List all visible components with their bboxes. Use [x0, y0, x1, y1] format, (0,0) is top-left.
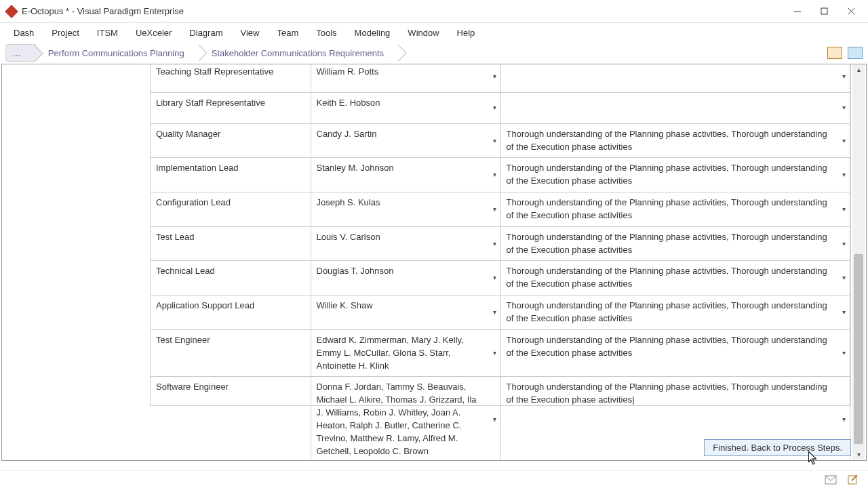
table-row[interactable]: Quality ManagerCandy J. SartinThorough u… [151, 123, 850, 158]
table-row[interactable]: Configuration LeadJoseph S. KulasThoroug… [151, 192, 850, 227]
breadcrumb-item-planning[interactable]: Perform Communications Planning [36, 44, 199, 62]
name-cell[interactable]: Edward K. Zimmerman, Mary J. Kelly, Emmy… [311, 329, 500, 377]
breadcrumb: ... Perform Communications Planning Stak… [5, 42, 399, 64]
title-bar: E-Octopus * - Visual Paradigm Enterprise [0, 0, 868, 23]
role-cell[interactable]: Configuration Lead [151, 192, 311, 227]
requirements-cell[interactable] [500, 92, 850, 123]
minimize-button[interactable] [784, 1, 811, 22]
name-cell[interactable]: Douglas T. Johnson [311, 261, 500, 296]
role-cell[interactable]: Application Support Lead [151, 296, 311, 330]
scroll-up-icon[interactable]: ▴ [852, 64, 865, 75]
table-row[interactable]: Implementation LeadStanley M. JohnsonTho… [151, 158, 850, 192]
data-table: Teaching Staff RepresentativeWilliam R. … [151, 64, 850, 461]
menu-modeling[interactable]: Modeling [347, 25, 399, 41]
mail-icon[interactable] [825, 475, 837, 485]
table-row[interactable]: Test LeadLouis V. CarlsonThorough unders… [151, 226, 850, 261]
menu-bar: Dash Project ITSM UeXceler Diagram View … [0, 23, 868, 42]
menu-project[interactable]: Project [43, 25, 87, 41]
requirements-cell[interactable]: Thorough understanding of the Planning p… [500, 123, 850, 158]
menu-itsm[interactable]: ITSM [89, 25, 126, 41]
scroll-thumb[interactable] [854, 254, 863, 444]
role-cell[interactable]: Software Engineer [151, 377, 311, 461]
requirements-cell[interactable]: Thorough understanding of the Planning p… [500, 192, 850, 227]
role-cell[interactable]: Implementation Lead [151, 158, 311, 192]
requirements-cell[interactable]: Thorough understanding of the Planning p… [500, 296, 850, 330]
minimize-icon [793, 7, 802, 16]
panel-icon[interactable] [848, 47, 863, 59]
requirements-cell[interactable]: Thorough understanding of the Planning p… [500, 261, 850, 296]
table-row[interactable]: Technical LeadDouglas T. JohnsonThorough… [151, 261, 850, 296]
breadcrumb-bar: ... Perform Communications Planning Stak… [0, 42, 868, 64]
scroll-down-icon[interactable]: ▾ [852, 449, 865, 460]
name-cell[interactable]: Stanley M. Johnson [311, 158, 500, 192]
menu-tools[interactable]: Tools [308, 25, 344, 41]
name-cell[interactable]: Candy J. Sartin [311, 123, 500, 158]
menu-uexceler[interactable]: UeXceler [127, 25, 180, 41]
stakeholder-table: Teaching Staff RepresentativeWilliam R. … [150, 64, 851, 406]
table-row[interactable]: Application Support LeadWillie K. ShawTh… [151, 296, 850, 330]
window-title: E-Octopus * - Visual Paradigm Enterprise [22, 6, 784, 16]
name-cell[interactable]: Donna F. Jordan, Tammy S. Beauvais, Mich… [311, 377, 500, 461]
finished-button[interactable]: Finished. Back to Process Steps. [704, 439, 851, 456]
name-cell[interactable]: Louis V. Carlson [311, 226, 500, 261]
footer-buttons: Finished. Back to Process Steps. [704, 439, 851, 456]
menu-dash[interactable]: Dash [5, 25, 42, 41]
menu-help[interactable]: Help [449, 25, 484, 41]
status-bar [0, 470, 868, 488]
breadcrumb-item-requirements[interactable]: Stakeholder Communications Requirements [199, 44, 399, 62]
requirements-cell[interactable]: Thorough understanding of the Planning p… [500, 226, 850, 261]
maximize-icon [821, 7, 829, 16]
name-cell[interactable]: Willie K. Shaw [311, 296, 500, 330]
menu-diagram[interactable]: Diagram [181, 25, 231, 41]
edit-icon[interactable] [848, 475, 860, 485]
toolbar-right [827, 47, 863, 59]
name-cell[interactable]: William R. Potts [311, 64, 500, 92]
role-cell[interactable]: Test Engineer [151, 329, 311, 377]
name-cell[interactable]: Keith E. Hobson [311, 92, 500, 123]
role-cell[interactable]: Quality Manager [151, 123, 311, 158]
menu-window[interactable]: Window [399, 25, 447, 41]
role-cell[interactable]: Technical Lead [151, 261, 311, 296]
requirements-cell[interactable] [500, 64, 850, 92]
table-row[interactable]: Test EngineerEdward K. Zimmerman, Mary J… [151, 329, 850, 377]
close-button[interactable] [838, 1, 865, 22]
table-row[interactable]: Library Staff RepresentativeKeith E. Hob… [151, 92, 850, 123]
table-row[interactable]: Teaching Staff RepresentativeWilliam R. … [151, 64, 850, 92]
role-cell[interactable]: Teaching Staff Representative [151, 64, 311, 92]
role-cell[interactable]: Library Staff Representative [151, 92, 311, 123]
name-cell[interactable]: Joseph S. Kulas [311, 192, 500, 227]
close-icon [848, 7, 856, 16]
requirements-cell[interactable]: Thorough understanding of the Planning p… [500, 329, 850, 377]
menu-team[interactable]: Team [269, 25, 307, 41]
layout-icon[interactable] [827, 47, 842, 59]
role-cell[interactable]: Test Lead [151, 226, 311, 261]
app-icon [5, 5, 18, 18]
svg-rect-1 [821, 8, 827, 14]
requirements-cell[interactable]: Thorough understanding of the Planning p… [500, 158, 850, 192]
breadcrumb-root[interactable]: ... [5, 44, 36, 62]
content-area: Teaching Staff RepresentativeWilliam R. … [1, 64, 867, 461]
menu-view[interactable]: View [232, 25, 267, 41]
maximize-button[interactable] [811, 1, 838, 22]
vertical-scrollbar[interactable]: ▴ ▾ [852, 64, 865, 460]
